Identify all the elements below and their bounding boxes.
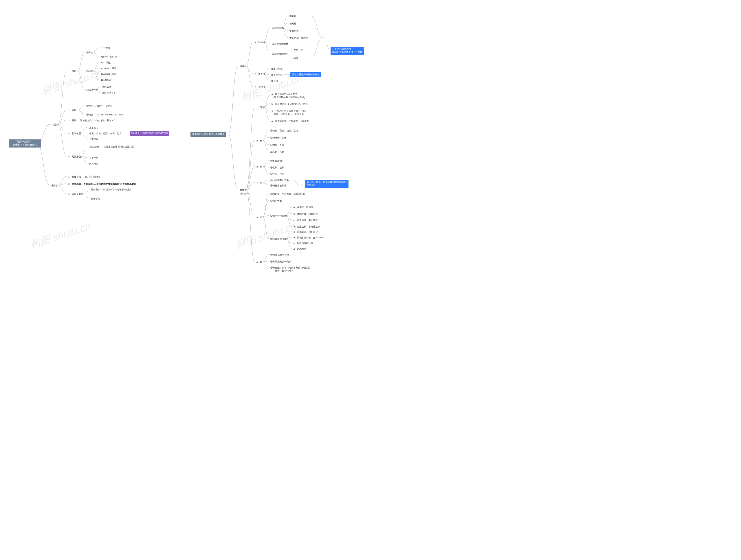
leaf: a、最少笔画数=奇点数/2 (注意线段的两个端点也是奇点) [270, 92, 307, 100]
pos-relative[interactable]: 4、相对位置 [67, 131, 83, 136]
cat-position[interactable]: 位置类 [50, 123, 60, 128]
rot-angle[interactable]: ②角度 — 30° 45° 60° 90° 120° 180° [84, 112, 125, 117]
leaf: a、点连接、线连接 [292, 205, 315, 210]
move-dir[interactable]: ①方向 [84, 50, 95, 55]
leaf: 花纹/颜色——尤其是花纹要看仔细别重、漏 [87, 145, 140, 150]
leaf: 上下层次 [87, 137, 100, 142]
leaf: 内外层次 [87, 162, 100, 167]
note-blue-1: 有多个选项符合时， 继续向下考虑曲直性、开闭性 [331, 47, 364, 55]
cat-num-sub: （横向列表） [238, 191, 253, 196]
leaf: 上下左右 [87, 156, 100, 161]
leaf: 元素叠加 [89, 197, 102, 202]
rot-dir[interactable]: ①方向 — 顺时针、逆时针 [84, 104, 115, 109]
leaf: ①同种元素的个数 [269, 253, 291, 258]
leaf: 中心对称＋轴对称 [288, 36, 310, 41]
t: 元素种类相同， [17, 140, 33, 143]
leaf: 轴对称 [288, 21, 298, 26]
note-blue-2: 要考虑图形内外部的直曲性 [290, 72, 321, 77]
leaf: 相离、外切、相交、内切、包含 [87, 131, 123, 136]
leaf: ③作和、作差 [269, 172, 286, 177]
leaf: ③内部、外部 [269, 143, 286, 148]
move-mode[interactable]: ③运动方式 [84, 88, 99, 93]
leaf: d、对称图形 [292, 247, 308, 252]
leaf: ①顶点、交点、切点、端点 [269, 129, 300, 133]
leaf: b、奇点数为0、2，图形可以一笔画 [270, 102, 310, 107]
leaf: b、直线连接、曲线连接 [292, 212, 320, 217]
leaf: ③部分数：汉字（考虑各部分相对位置 ）、韩语、数学符号等 [269, 265, 312, 273]
left-root[interactable]: 元素种类相同，数量基本不变/略有变化 [9, 140, 41, 148]
move-dist[interactable]: ②距离 [84, 69, 95, 74]
sym-dir[interactable]: ③对称轴的方向 [270, 52, 290, 57]
overlay-3[interactable]: 3、自定义叠加 [67, 192, 85, 197]
cat-attr[interactable]: 属性类 [238, 64, 248, 69]
attr-curve[interactable]: 2、曲直性 [253, 72, 267, 77]
leaf: ④作和、作差 [269, 150, 286, 155]
pos-flip[interactable]: 3、翻转 — 沿轴的方向 — x轴、y轴、斜向45° [67, 118, 117, 123]
leaf: ②分类数、总数 [269, 136, 288, 141]
overlay-1[interactable]: 1、直接叠加 — 线、面（图形） [67, 175, 103, 180]
leaf: a、面积最大、面积最小 [292, 230, 320, 235]
pos-traverse[interactable]: 5、元素遍历 [67, 154, 83, 159]
leaf: 中心对称 [288, 29, 300, 33]
num-stroke[interactable]: 1、笔画 [255, 105, 266, 110]
leaf: 不对称 [288, 14, 298, 19]
leaf: ②实线、虚线 [269, 165, 286, 170]
leaf: 1212周期 [99, 78, 112, 83]
leaf: ②不同元素的种类数 [269, 259, 293, 264]
attr-sym[interactable]: 1、对称性 [253, 40, 267, 45]
leaf: 顺时针、逆时针 [99, 55, 119, 60]
note-purple: PS.曲直、开闭的相对位置也要考虑 [130, 131, 169, 136]
leaf: 黑白叠加（PS.黑+白不一定等于白+黑） [89, 187, 136, 192]
leaf: ②特征角的数量 [269, 183, 288, 188]
cat-overlay[interactable]: 叠加类 [50, 183, 60, 188]
leaf: 保持一致 [292, 48, 305, 53]
leaf: ②面的数量 [269, 199, 284, 204]
leaf: d、两笔画图形：田字变形、A字变形 [270, 119, 311, 124]
leaf: 往返运动！！！ [100, 91, 120, 96]
leaf: 上下左右 [99, 46, 112, 51]
num-line[interactable]: 3、线 [255, 165, 264, 169]
sym-mode[interactable]: ①对称方式 [270, 26, 285, 31]
num-elem[interactable]: 6、素 [255, 260, 264, 265]
leaf: 1111常数 [99, 61, 112, 65]
leaf: d、全边连接、部分边连接 [292, 225, 322, 229]
num-point[interactable]: 2、点 [255, 139, 264, 144]
leaf: ①阴影面、空白面等，纯黑色除外 [269, 192, 307, 197]
num-face[interactable]: 5、面 [255, 215, 264, 220]
leaf: ①直线/曲线 [269, 159, 284, 164]
num-angle[interactable]: 4、角 [255, 180, 264, 185]
leaf: 上下左右 [87, 126, 100, 131]
leaf: 1248/8421等比 [99, 72, 118, 77]
pos-rotate[interactable]: 2、旋转 [67, 108, 78, 113]
mindmap-canvas: path{fill:none;stroke:#9aa7b8;stroke-wid… [0, 0, 370, 280]
leaf: 纯曲线图形 [269, 67, 284, 72]
leaf: 旋转 [292, 56, 300, 61]
leaf: c、形状与外框一致 [292, 241, 315, 246]
leaf: 纯直线图形 [269, 73, 284, 78]
center-root[interactable]: 图形凌乱，先看属性，再看数量 [191, 132, 226, 137]
overlay-2[interactable]: 2、去同存异、去异存同 — 要考虑①先叠加再旋转 ②先旋转再叠加 [67, 182, 138, 187]
pos-move[interactable]: 1、移动 [67, 69, 78, 74]
face-conn[interactable]: ③面的连接方式 [269, 214, 288, 219]
attr-open[interactable]: 3、开闭性 [253, 85, 267, 90]
leaf: ①（是否有）直角 [269, 178, 291, 183]
face-ratio[interactable]: ④特殊面的占比 [269, 237, 288, 242]
leaf: 1234/4321等差 [99, 66, 118, 71]
sym-count[interactable]: ②对称轴的数量 [270, 42, 290, 47]
t: 数量基本不变/略有变化 [13, 144, 37, 146]
leaf: b、面积占比一致，如S'=1/4S [292, 235, 325, 240]
leaf: c、一笔画图形：五角星烧、月亮、 切圆、日字变形、三角形变形 [270, 109, 309, 117]
leaf: c、单边连接、多边连接 [292, 218, 320, 223]
leaf: 循环运动 [100, 85, 113, 90]
leaf: 直＋曲 [269, 79, 280, 84]
note-blue-3: 题干以三角形、矩形等规则图形/锯齿状 图形为主 [305, 180, 348, 188]
